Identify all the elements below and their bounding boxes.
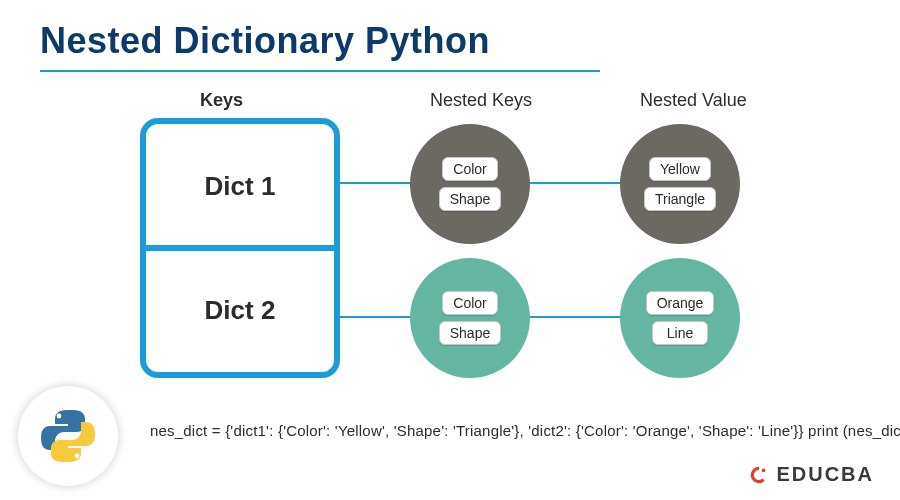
connector-line	[522, 316, 628, 318]
svg-point-2	[762, 468, 766, 472]
page-title: Nested Dictionary Python	[0, 0, 900, 70]
chip-shape: Shape	[439, 187, 501, 211]
chip-line: Line	[652, 321, 708, 345]
nested-keys-dict2: Color Shape	[410, 258, 530, 378]
connector-line	[340, 316, 418, 318]
dict1-cell: Dict 1	[146, 124, 334, 248]
dict2-cell: Dict 2	[146, 248, 334, 372]
chip-color: Color	[442, 291, 498, 315]
nested-values-dict1: Yellow Triangle	[620, 124, 740, 244]
keys-column-label: Keys	[200, 90, 243, 111]
python-logo-icon	[36, 404, 100, 468]
brand-text: EDUCBA	[776, 463, 874, 486]
nested-keys-dict1: Color Shape	[410, 124, 530, 244]
chip-triangle: Triangle	[644, 187, 716, 211]
connector-line	[340, 182, 418, 184]
chip-shape: Shape	[439, 321, 501, 345]
svg-point-1	[75, 454, 80, 459]
nested-value-column-label: Nested Value	[640, 90, 747, 111]
chip-yellow: Yellow	[649, 157, 711, 181]
title-underline	[40, 70, 600, 72]
nested-keys-column-label: Nested Keys	[430, 90, 532, 111]
code-snippet: nes_dict = {'dict1': {'Color': 'Yellow',…	[150, 422, 840, 439]
chip-orange: Orange	[646, 291, 715, 315]
python-logo-badge	[18, 386, 118, 486]
brand-logo: EDUCBA	[748, 463, 874, 486]
educba-mark-icon	[748, 464, 770, 486]
diagram-canvas: Keys Nested Keys Nested Value Dict 1 Dic…	[140, 90, 900, 410]
svg-point-0	[57, 414, 62, 419]
chip-color: Color	[442, 157, 498, 181]
keys-container: Dict 1 Dict 2	[140, 118, 340, 378]
connector-line	[522, 182, 628, 184]
nested-values-dict2: Orange Line	[620, 258, 740, 378]
